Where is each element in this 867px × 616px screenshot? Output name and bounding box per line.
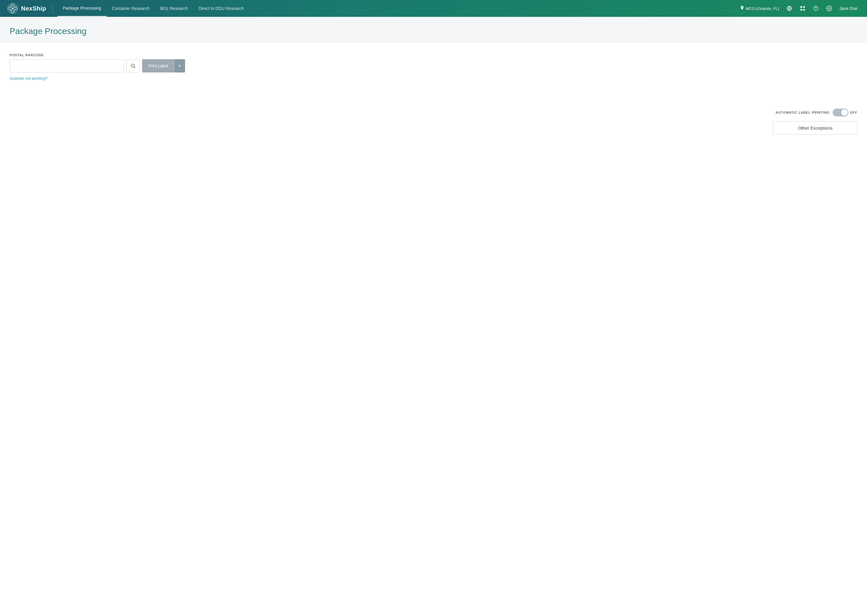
search-button[interactable] xyxy=(126,59,140,72)
grid-icon xyxy=(799,5,806,11)
barcode-input-row: Print Label ▾ xyxy=(9,59,858,72)
main-content: POSTAL BARCODE Print Label ▾ Scanner not… xyxy=(0,42,867,616)
auto-print-label: AUTOMATIC LABEL PRINTING xyxy=(776,111,829,114)
settings-icon xyxy=(826,5,832,11)
scanner-not-working-link[interactable]: Scanner not working? xyxy=(9,76,858,81)
user-name[interactable]: Jane Doe xyxy=(837,5,860,12)
svg-rect-12 xyxy=(801,9,802,11)
print-label-button[interactable]: Print Label xyxy=(142,59,174,72)
barcode-form-section: POSTAL BARCODE Print Label ▾ Scanner not… xyxy=(9,53,858,81)
nav-package-processing[interactable]: Package Processing xyxy=(57,0,107,17)
svg-point-4 xyxy=(12,8,13,9)
nav-divider xyxy=(52,4,53,13)
svg-rect-13 xyxy=(803,9,805,11)
nav-direct-ddu[interactable]: Direct to DDU Research xyxy=(193,1,249,16)
globe-button[interactable] xyxy=(784,3,795,14)
svg-point-16 xyxy=(828,8,830,9)
toggle-thumb xyxy=(841,109,848,116)
nav-bol-research[interactable]: BOL Research xyxy=(155,1,193,16)
svg-line-18 xyxy=(134,67,135,68)
page-title: Package Processing xyxy=(9,27,858,36)
print-dropdown-button[interactable]: ▾ xyxy=(174,59,185,72)
auto-print-toggle[interactable] xyxy=(833,108,848,116)
settings-button[interactable] xyxy=(824,3,834,14)
location-text: MCO (Orlando, FL) xyxy=(746,6,779,11)
search-icon xyxy=(130,63,136,69)
nav-container-research[interactable]: Container Research xyxy=(107,1,155,16)
auto-print-row: AUTOMATIC LABEL PRINTING OFF xyxy=(776,108,858,116)
other-exceptions-button[interactable]: Other Exceptions xyxy=(773,121,858,134)
navbar: NexShip Package Processing Container Res… xyxy=(0,0,867,17)
brand-logo-link[interactable]: NexShip xyxy=(7,3,46,14)
location-pin-icon xyxy=(740,6,744,11)
help-button[interactable] xyxy=(810,3,821,14)
barcode-input[interactable] xyxy=(9,59,124,72)
location-badge: MCO (Orlando, FL) xyxy=(738,5,782,13)
page-header: Package Processing xyxy=(0,17,867,42)
dropdown-arrow-icon: ▾ xyxy=(179,64,181,68)
globe-icon xyxy=(786,5,792,11)
svg-rect-10 xyxy=(801,6,802,8)
postal-barcode-label: POSTAL BARCODE xyxy=(9,53,858,57)
svg-point-15 xyxy=(815,9,816,10)
help-icon xyxy=(813,5,819,11)
toggle-container[interactable]: OFF xyxy=(833,108,858,116)
svg-rect-11 xyxy=(803,6,805,8)
right-panel: AUTOMATIC LABEL PRINTING OFF Other Excep… xyxy=(773,108,858,134)
brand-name: NexShip xyxy=(21,5,46,12)
grid-button[interactable] xyxy=(797,3,808,14)
navbar-nav: Package Processing Container Research BO… xyxy=(57,0,738,17)
brand-logo-icon xyxy=(7,3,18,14)
navbar-right: MCO (Orlando, FL) xyxy=(738,3,860,14)
print-btn-group: Print Label ▾ xyxy=(142,59,185,72)
toggle-state-label: OFF xyxy=(850,111,858,114)
